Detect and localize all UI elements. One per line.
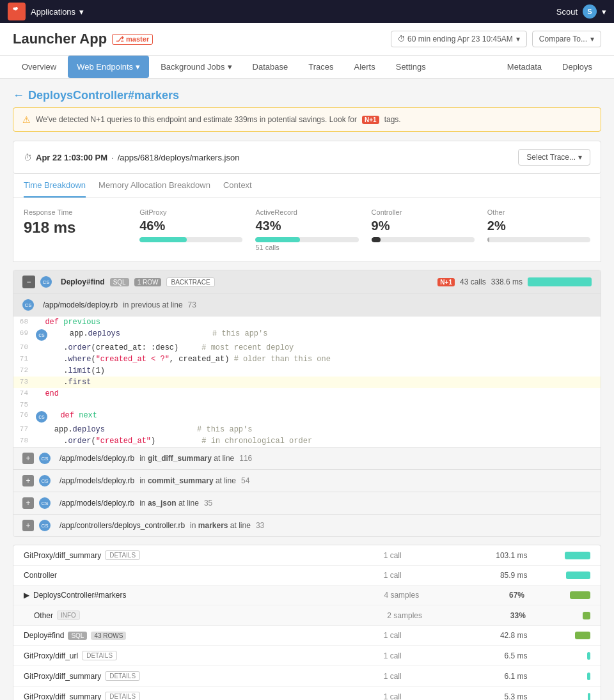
- code-line-74: 74 end: [13, 388, 601, 400]
- code-line-68: 68 def previous: [13, 316, 601, 328]
- tab-deploys[interactable]: Deploys: [553, 57, 601, 77]
- calls-info: N+1 43 calls 338.6 ms: [437, 277, 592, 286]
- back-link[interactable]: ← DeploysController#markers: [13, 89, 601, 102]
- tab-database[interactable]: Database: [244, 56, 297, 78]
- expand-button-2[interactable]: +: [22, 475, 34, 486]
- row-bar-6: [528, 652, 590, 660]
- details-badge-8[interactable]: DETAILS: [105, 692, 140, 700]
- row-samples-3: 4 samples: [287, 591, 419, 600]
- trace-path: /apps/6818/deploys/markers.json: [118, 153, 240, 162]
- file-method-2: in commit_summary at line: [139, 476, 236, 485]
- compare-to-button[interactable]: Compare To... ▾: [532, 31, 601, 47]
- tab-traces[interactable]: Traces: [299, 56, 342, 78]
- activerecord-calls: 51 calls: [255, 244, 358, 251]
- scout-label: Scout: [556, 7, 578, 17]
- time-range-selector[interactable]: ⏱ 60 min ending Apr 23 10:45AM ▾: [391, 31, 527, 47]
- trace-clock-icon: ⏱: [24, 153, 32, 162]
- tab-overview[interactable]: Overview: [13, 56, 65, 78]
- info-badge[interactable]: INFO: [57, 611, 80, 620]
- warning-icon: ⚠: [22, 114, 31, 125]
- select-trace-button[interactable]: Select Trace... ▾: [518, 149, 590, 166]
- avatar: CS: [40, 276, 52, 288]
- collapsed-row-4[interactable]: + CS /app/controllers/deploys_controller…: [13, 514, 601, 536]
- backtrace-badge[interactable]: BACKTRACE: [166, 277, 214, 287]
- expand-button-4[interactable]: +: [22, 520, 34, 531]
- code-block: 68 def previous 69 CS app.deploys # this…: [13, 316, 601, 447]
- scout-menu[interactable]: Scout S ▾: [556, 4, 606, 19]
- backtrace-header: − CS Deploy#find SQL 1 ROW BACKTRACE N+1…: [13, 270, 601, 293]
- details-badge-7[interactable]: DETAILS: [105, 671, 140, 681]
- expand-button-3[interactable]: +: [22, 497, 34, 509]
- line-ref-4: 33: [256, 521, 264, 530]
- collapse-button[interactable]: −: [22, 276, 35, 288]
- line-ref-2: 54: [241, 476, 249, 485]
- calls-count: 43 calls: [460, 277, 486, 286]
- activerecord-bar: [255, 237, 358, 242]
- branch-badge[interactable]: ⎇ master: [112, 34, 153, 45]
- trace-info: ⏱ Apr 22 1:03:00 PM · /apps/6818/deploys…: [24, 153, 239, 162]
- tab-memory-breakdown[interactable]: Memory Allocation Breakdown: [98, 174, 210, 198]
- code-line-76: 76 CS def next: [13, 410, 601, 424]
- file-method-4: in markers at line: [190, 521, 251, 530]
- tab-time-breakdown[interactable]: Time Breakdown: [24, 174, 86, 198]
- code-line-69: 69 CS app.deploys # this app's: [13, 328, 601, 342]
- file-path-1: /app/models/deploy.rb: [59, 454, 134, 463]
- row-bar-7: [528, 673, 590, 680]
- row-bar-2: [528, 572, 590, 579]
- tab-metadata[interactable]: Metadata: [498, 57, 551, 77]
- code-line-73-highlighted: 73 .first: [13, 377, 601, 388]
- collapsed-row-1[interactable]: + CS /app/models/deploy.rb in git_diff_s…: [13, 447, 601, 469]
- other-bar: [487, 237, 590, 242]
- row-label-8: GitProxy/diff_summary DETAILS: [24, 692, 276, 700]
- details-badge-1[interactable]: DETAILS: [105, 550, 140, 560]
- warning-text: We've detected N+1 queries to this endpo…: [36, 115, 357, 124]
- collapsed-row-3[interactable]: + CS /app/models/deploy.rb in as_json at…: [13, 492, 601, 514]
- table-row-4: Other INFO 2 samples 33%: [13, 605, 601, 626]
- row-label-1: GitProxy/diff_summary DETAILS: [24, 550, 276, 560]
- row-time-5: 42.8 ms: [402, 631, 528, 640]
- line-number: 73: [188, 300, 196, 309]
- row-bar-5: [528, 632, 590, 639]
- tab-settings[interactable]: Settings: [387, 56, 435, 78]
- trace-datetime: Apr 22 1:03:00 PM: [36, 153, 107, 162]
- activerecord-value: 43%: [255, 219, 358, 233]
- branch-name: master: [126, 35, 149, 43]
- scout-arrow-icon: ▾: [602, 7, 606, 17]
- file-method-1: in git_diff_summary at line: [139, 454, 234, 463]
- tab-alerts[interactable]: Alerts: [345, 56, 384, 78]
- metric-activerecord: ActiveRecord 43% 51 calls: [255, 208, 358, 251]
- table-row-6: GitProxy/diff_url DETAILS 1 call 6.5 ms: [13, 646, 601, 666]
- expand-button-1[interactable]: +: [22, 453, 34, 464]
- back-arrow-icon: ←: [13, 89, 24, 102]
- tab-context[interactable]: Context: [223, 174, 252, 198]
- details-badge-6[interactable]: DETAILS: [82, 651, 117, 660]
- gitproxy-value: 46%: [139, 219, 242, 233]
- web-endpoints-arrow-icon: ▾: [136, 62, 140, 72]
- code-line-75: 75: [13, 400, 601, 410]
- metrics-row: Response Time 918 ms GitProxy 46% Active…: [13, 198, 601, 262]
- other-label: Other: [487, 208, 590, 216]
- backtrace-section: − CS Deploy#find SQL 1 ROW BACKTRACE N+1…: [13, 270, 601, 537]
- line-ref-1: 116: [239, 454, 252, 463]
- applications-dropdown[interactable]: Applications ▾: [31, 7, 84, 17]
- collapsed-row-2[interactable]: + CS /app/models/deploy.rb in commit_sum…: [13, 469, 601, 492]
- row-bar-8: [528, 693, 590, 701]
- logo-icon[interactable]: [8, 3, 26, 20]
- row-samples-7: 1 call: [276, 672, 402, 681]
- tab-background-jobs[interactable]: Background Jobs ▾: [152, 56, 240, 78]
- row-label-3[interactable]: ▶ DeploysController#markers: [24, 591, 287, 600]
- row-time-2: 85.9 ms: [402, 571, 528, 580]
- n1-badge: N+1: [362, 116, 379, 124]
- row-badge: 1 ROW: [134, 278, 162, 286]
- avatar-1: CS: [39, 453, 51, 464]
- expanded-context: in previous at line: [123, 300, 182, 309]
- other-value: 2%: [487, 219, 590, 233]
- avatar-4: CS: [39, 520, 51, 531]
- expanded-file-path: /app/models/deploy.rb: [43, 300, 118, 309]
- table-row-8: GitProxy/diff_summary DETAILS 1 call 5.3…: [13, 687, 601, 700]
- avatar-2: CS: [39, 475, 51, 486]
- metric-response-time: Response Time 918 ms: [24, 208, 127, 251]
- app-title: Launcher App ⎇ master: [13, 31, 153, 47]
- table-row-1: GitProxy/diff_summary DETAILS 1 call 103…: [13, 545, 601, 566]
- tab-web-endpoints[interactable]: Web Endpoints ▾: [68, 56, 149, 78]
